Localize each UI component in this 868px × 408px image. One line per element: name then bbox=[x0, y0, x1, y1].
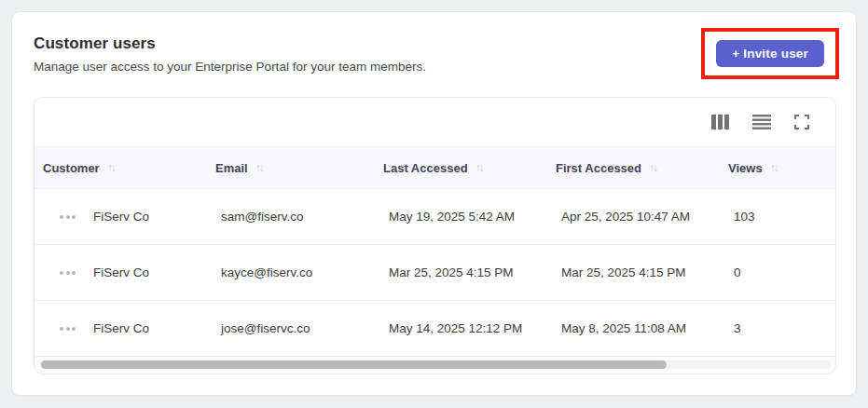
sort-icon: ↑↓ bbox=[107, 162, 115, 173]
sort-icon: ↑↓ bbox=[649, 162, 656, 173]
column-header-first-accessed[interactable]: First Accessed ↑↓ bbox=[547, 161, 720, 175]
table-row: FiServ Co kayce@fiserv.co Mar 25, 2025 4… bbox=[34, 245, 835, 301]
annotation-highlight-box: + Invite user bbox=[701, 28, 839, 79]
column-header-last-accessed[interactable]: Last Accessed ↑↓ bbox=[375, 161, 547, 175]
column-header-label: Email bbox=[215, 161, 248, 175]
columns-icon[interactable] bbox=[711, 115, 729, 129]
customer-cell: FiServ Co bbox=[34, 210, 207, 224]
page-title: Customer users bbox=[34, 34, 426, 53]
customer-users-card: Customer users Manage user access to you… bbox=[11, 11, 857, 396]
views-cell: 0 bbox=[720, 265, 835, 279]
page-subtitle: Manage user access to your Enterprise Po… bbox=[34, 60, 426, 74]
table-row: FiServ Co sam@fiserv.co May 19, 2025 5:4… bbox=[34, 189, 835, 245]
column-header-email[interactable]: Email ↑↓ bbox=[207, 161, 375, 175]
column-header-label: Views bbox=[728, 161, 763, 175]
fullscreen-icon[interactable] bbox=[794, 115, 809, 129]
email-cell: sam@fiserv.co bbox=[207, 210, 375, 224]
column-header-label: Last Accessed bbox=[383, 161, 468, 175]
customer-name: FiServ Co bbox=[93, 265, 149, 279]
column-header-label: First Accessed bbox=[556, 161, 641, 175]
column-header-label: Customer bbox=[43, 161, 100, 175]
row-actions-menu-icon[interactable] bbox=[60, 211, 76, 223]
sort-icon: ↑↓ bbox=[770, 162, 778, 173]
column-header-customer[interactable]: Customer ↑↓ bbox=[34, 161, 207, 175]
row-actions-menu-icon[interactable] bbox=[60, 267, 76, 279]
customer-cell: FiServ Co bbox=[34, 321, 207, 335]
sort-icon: ↑↓ bbox=[255, 162, 263, 173]
customer-cell: FiServ Co bbox=[34, 265, 207, 279]
email-cell: jose@fiservc.co bbox=[207, 321, 375, 335]
title-block: Customer users Manage user access to you… bbox=[34, 34, 426, 74]
card-header: Customer users Manage user access to you… bbox=[34, 34, 836, 79]
email-cell: kayce@fiserv.co bbox=[207, 265, 375, 279]
table-header-row: Customer ↑↓ Email ↑↓ Last Accessed ↑↓ Fi… bbox=[34, 146, 835, 189]
customer-name: FiServ Co bbox=[93, 210, 149, 224]
sort-icon: ↑↓ bbox=[475, 162, 483, 173]
table-row: FiServ Co jose@fiservc.co May 14, 2025 1… bbox=[34, 301, 835, 357]
horizontal-scrollbar bbox=[34, 357, 835, 374]
views-cell: 3 bbox=[720, 321, 835, 335]
row-density-icon[interactable] bbox=[752, 115, 771, 129]
first-accessed-cell: May 8, 2025 11:08 AM bbox=[547, 321, 720, 335]
last-accessed-cell: May 14, 2025 12:12 PM bbox=[375, 321, 547, 335]
invite-user-button[interactable]: + Invite user bbox=[716, 40, 824, 67]
customer-name: FiServ Co bbox=[93, 321, 149, 335]
column-header-views[interactable]: Views ↑↓ bbox=[720, 161, 835, 175]
scrollbar-thumb[interactable] bbox=[41, 360, 667, 369]
views-cell: 103 bbox=[720, 210, 835, 224]
row-actions-menu-icon[interactable] bbox=[60, 323, 76, 334]
first-accessed-cell: Apr 25, 2025 10:47 AM bbox=[547, 210, 720, 224]
users-table: Customer ↑↓ Email ↑↓ Last Accessed ↑↓ Fi… bbox=[34, 97, 836, 374]
first-accessed-cell: Mar 25, 2025 4:15 PM bbox=[547, 265, 720, 279]
scrollbar-track[interactable] bbox=[39, 360, 831, 369]
table-toolbar bbox=[34, 98, 835, 146]
last-accessed-cell: May 19, 2025 5:42 AM bbox=[375, 210, 547, 224]
last-accessed-cell: Mar 25, 2025 4:15 PM bbox=[375, 265, 547, 279]
